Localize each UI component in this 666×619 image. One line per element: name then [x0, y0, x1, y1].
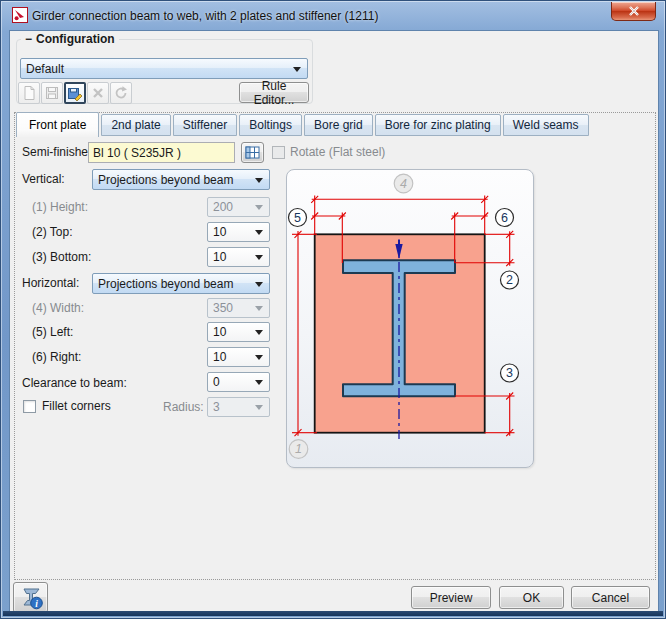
collapse-toggle[interactable]: −	[25, 32, 32, 46]
beam-info-icon: i	[18, 586, 44, 610]
dialog-client-area: −Configuration Default	[9, 30, 659, 612]
marker-6: 6	[496, 209, 514, 227]
plate-diagram: 4 5 6 2 3	[287, 170, 535, 469]
chevron-down-icon	[255, 205, 263, 210]
tab-stiffener[interactable]: Stiffener	[173, 114, 237, 136]
vertical-label: Vertical:	[22, 172, 65, 186]
tab-weld-seams[interactable]: Weld seams	[503, 114, 589, 136]
right-label: (6) Right:	[32, 350, 81, 364]
top-select[interactable]: 10	[207, 222, 270, 242]
dialog-window: Girder connection beam to web, with 2 pl…	[0, 0, 666, 619]
left-select[interactable]: 10	[207, 322, 270, 342]
preview-diagram-panel: 4 5 6 2 3	[286, 169, 534, 468]
right-select[interactable]: 10	[207, 347, 270, 367]
table-icon	[245, 146, 261, 160]
rule-editor-button[interactable]: Rule Editor...	[239, 82, 309, 103]
close-button[interactable]	[611, 2, 656, 21]
tab-strip: Front plate 2nd plate Stiffener Boltings…	[16, 112, 591, 137]
close-icon	[628, 6, 640, 16]
save-edit-icon	[67, 85, 83, 101]
radius-select: 3	[207, 397, 270, 417]
chevron-down-icon	[255, 255, 263, 260]
fillet-corners-label: Fillet corners	[42, 399, 111, 413]
tab-front-plate[interactable]: Front plate	[16, 112, 99, 137]
horizontal-mode-select[interactable]: Projections beyond beam	[92, 273, 270, 294]
bottom-select[interactable]: 10	[207, 247, 270, 267]
window-bottom-edge	[3, 611, 663, 616]
chevron-down-icon	[255, 405, 263, 410]
chevron-down-icon	[255, 230, 263, 235]
tab-boltings[interactable]: Boltings	[239, 114, 302, 136]
chevron-down-icon	[293, 67, 301, 72]
marker-2: 2	[501, 271, 519, 289]
refresh-icon	[113, 85, 129, 101]
top-label: (2) Top:	[32, 225, 72, 239]
window-title: Girder connection beam to web, with 2 pl…	[32, 9, 378, 23]
beam-info-button[interactable]: i	[13, 582, 48, 613]
new-document-icon	[21, 85, 37, 101]
svg-text:i: i	[35, 599, 38, 609]
marker-4: 4	[394, 174, 413, 193]
clearance-label: Clearance to beam:	[22, 376, 127, 390]
chevron-down-icon	[255, 282, 263, 287]
tab-2nd-plate[interactable]: 2nd plate	[101, 114, 170, 136]
app-icon	[12, 7, 28, 23]
svg-text:4: 4	[400, 177, 407, 191]
chevron-down-icon	[255, 178, 263, 183]
semi-finished-label: Semi-finishe	[22, 145, 88, 159]
semi-finished-field[interactable]: Bl 10 ( S235JR )	[88, 142, 235, 163]
save-config-button	[41, 82, 63, 104]
marker-1: 1	[289, 440, 308, 459]
save-as-config-button[interactable]	[64, 82, 86, 104]
vertical-mode-select[interactable]: Projections beyond beam	[92, 169, 270, 190]
bottom-label: (3) Bottom:	[32, 250, 91, 264]
configuration-legend: −Configuration	[21, 32, 119, 46]
left-label: (5) Left:	[32, 325, 73, 339]
refresh-config-button	[110, 82, 132, 104]
save-icon	[44, 85, 60, 101]
configuration-select[interactable]: Default	[20, 58, 308, 79]
height-label: (1) Height:	[32, 200, 88, 214]
title-bar[interactable]: Girder connection beam to web, with 2 pl…	[1, 1, 665, 30]
horizontal-label: Horizontal:	[22, 276, 79, 290]
new-config-button	[18, 82, 40, 104]
rotate-label: Rotate (Flat steel)	[290, 145, 385, 159]
delete-config-button	[87, 82, 109, 104]
svg-text:1: 1	[295, 442, 302, 456]
ok-button[interactable]: OK	[499, 586, 564, 609]
svg-text:3: 3	[506, 366, 513, 380]
cancel-button[interactable]: Cancel	[571, 586, 650, 609]
tab-bore-for-zinc-plating[interactable]: Bore for zinc plating	[375, 114, 501, 136]
marker-5: 5	[289, 209, 307, 227]
svg-text:5: 5	[294, 211, 301, 225]
marker-3: 3	[501, 364, 519, 382]
delete-icon	[90, 85, 106, 101]
svg-text:6: 6	[501, 211, 508, 225]
width-label: (4) Width:	[32, 301, 84, 315]
tab-bore-grid[interactable]: Bore grid	[304, 114, 373, 136]
width-select: 350	[207, 298, 270, 318]
configuration-selected-value: Default	[26, 62, 64, 76]
svg-text:2: 2	[506, 273, 513, 287]
preview-button[interactable]: Preview	[411, 586, 491, 609]
clearance-select[interactable]: 0	[207, 372, 270, 392]
height-select: 200	[207, 197, 270, 217]
chevron-down-icon	[255, 355, 263, 360]
chevron-down-icon	[255, 330, 263, 335]
rotate-checkbox	[272, 146, 285, 159]
browse-profile-button[interactable]	[241, 142, 264, 163]
radius-label: Radius:	[163, 400, 204, 414]
chevron-down-icon	[255, 380, 263, 385]
fillet-corners-checkbox[interactable]	[23, 400, 36, 413]
chevron-down-icon	[255, 306, 263, 311]
